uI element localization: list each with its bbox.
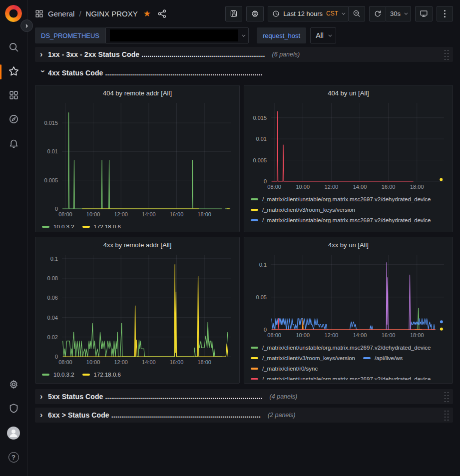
- sidebar-item-help[interactable]: ?: [0, 445, 27, 469]
- svg-text:16:00: 16:00: [170, 359, 184, 365]
- legend-swatch: [251, 209, 258, 211]
- svg-text:0.01: 0.01: [256, 136, 267, 142]
- sidebar-item-starred[interactable]: [0, 60, 27, 84]
- panel-title[interactable]: 404 by remote addr [All]: [40, 88, 235, 99]
- legend-swatch: [251, 368, 258, 370]
- legend-swatch: [251, 378, 258, 380]
- drag-handle-icon[interactable]: [443, 48, 449, 60]
- panel-404-by-uri: 404 by uri [All] 08:0010:0012:0014:0016:…: [244, 85, 453, 232]
- sidebar-item-search[interactable]: [0, 36, 27, 60]
- timeseries-chart[interactable]: 08:0010:0012:0014:0016:0018:0000.050.1: [249, 251, 448, 342]
- svg-text:14:00: 14:00: [353, 184, 367, 190]
- dashboard-row-1xx-3xx-2xx[interactable]: › 1xx - 3xx - 2xx Status Code ..........…: [35, 47, 453, 62]
- timeseries-chart[interactable]: 08:0010:0012:0014:0016:0018:0000.0050.01…: [40, 99, 235, 221]
- legend-item[interactable]: /sw.js: [363, 227, 389, 228]
- save-dashboard-button[interactable]: [225, 6, 242, 21]
- legend-item[interactable]: 10.0.3.2: [42, 223, 74, 228]
- svg-text:08:00: 08:00: [58, 359, 72, 365]
- panel-title[interactable]: 4xx by uri [All]: [249, 240, 448, 251]
- legend-swatch: [82, 226, 90, 228]
- svg-text:0.01: 0.01: [47, 148, 58, 154]
- bell-icon: [8, 138, 19, 150]
- sidebar-expand-button[interactable]: ›: [20, 19, 33, 32]
- breadcrumb: General / NGINX PROXY ★: [35, 8, 167, 19]
- legend-item[interactable]: /_matrix/client/unstable/org.matrix.msc2…: [251, 216, 431, 224]
- legend-swatch: [251, 347, 258, 349]
- breadcrumb-separator: /: [79, 9, 81, 18]
- dashboard-settings-button[interactable]: [246, 6, 264, 21]
- dashboards-grid-icon: [8, 90, 19, 102]
- zoom-out-button[interactable]: [348, 6, 365, 21]
- svg-text:12:00: 12:00: [114, 211, 128, 217]
- sidebar-item-profile[interactable]: [0, 421, 27, 445]
- panel-legend: 10.0.3.2172.18.0.6: [40, 223, 235, 228]
- breadcrumb-section[interactable]: General: [48, 9, 74, 18]
- svg-text:14:00: 14:00: [353, 332, 367, 338]
- legend-item[interactable]: /_matrix/client/unstable/org.matrix.msc2…: [251, 375, 431, 380]
- dashboard-row-6xx[interactable]: › 6xx > Status Code ....................…: [35, 408, 453, 423]
- variable-label-ds-prometheus: DS_PROMETHEUS: [35, 27, 105, 43]
- legend-item[interactable]: /api/live/ws: [363, 354, 403, 362]
- refresh-controls: 30s: [369, 6, 411, 21]
- legend-item[interactable]: /_matrix/client/v3/room_keys/version: [251, 227, 355, 228]
- legend-item[interactable]: 10.0.3.2: [42, 371, 74, 378]
- panel-title[interactable]: 404 by uri [All]: [249, 88, 448, 99]
- legend-label: /_matrix/client/v3/room_keys/version: [262, 207, 355, 213]
- chevron-down-icon: [342, 11, 345, 14]
- breadcrumb-dashboard-title[interactable]: NGINX PROXY: [86, 9, 138, 18]
- sidebar-item-dashboards[interactable]: [0, 84, 27, 108]
- legend-item[interactable]: /_matrix/client/v3/room_keys/version: [251, 206, 355, 213]
- timeseries-chart[interactable]: 08:0010:0012:0014:0016:0018:0000.020.040…: [40, 251, 235, 369]
- help-icon: ?: [8, 452, 19, 463]
- legend-label: /_matrix/client/unstable/org.matrix.msc2…: [262, 376, 431, 380]
- variable-select-request-host[interactable]: All: [310, 27, 336, 43]
- row-title: 5xx Status Code ........................…: [48, 393, 263, 401]
- svg-text:0.1: 0.1: [50, 256, 58, 262]
- svg-text:14:00: 14:00: [142, 211, 156, 217]
- drag-handle-icon[interactable]: [443, 409, 449, 421]
- toolbar: Last 12 hours CST 30s: [225, 6, 453, 21]
- legend-item[interactable]: /_matrix/client/r0/sync: [251, 365, 318, 372]
- svg-text:16:00: 16:00: [382, 332, 396, 338]
- variable-select-ds-prometheus[interactable]: [105, 27, 249, 43]
- share-icon[interactable]: [157, 9, 167, 18]
- masthead: General / NGINX PROXY ★ Last 12 hours CS…: [35, 4, 453, 23]
- svg-text:0: 0: [264, 327, 267, 333]
- time-range-picker[interactable]: Last 12 hours CST: [268, 6, 349, 21]
- apps-grid-icon: [35, 9, 43, 18]
- panel-row-1: 404 by remote addr [All] 08:0010:0012:00…: [35, 85, 453, 232]
- svg-text:0.015: 0.015: [253, 115, 267, 121]
- shield-icon: [8, 403, 19, 416]
- panel-title[interactable]: 4xx by remote addr [All]: [40, 240, 235, 251]
- main-content: General / NGINX PROXY ★ Last 12 hours CS…: [27, 0, 460, 423]
- panel-legend: /_matrix/client/unstable/org.matrix.msc2…: [249, 195, 448, 228]
- legend-swatch: [251, 219, 258, 221]
- refresh-button[interactable]: [369, 6, 386, 21]
- legend-item[interactable]: 172.18.0.6: [82, 223, 121, 228]
- sidebar-item-configuration[interactable]: [0, 373, 27, 397]
- grafana-logo[interactable]: [5, 5, 22, 22]
- kebab-menu-button[interactable]: [437, 6, 453, 21]
- favorite-star-icon[interactable]: ★: [143, 8, 151, 19]
- svg-text:18:00: 18:00: [197, 211, 211, 217]
- sidebar-item-alerting[interactable]: [0, 132, 27, 156]
- timeseries-chart[interactable]: 08:0010:0012:0014:0016:0018:0000.0050.01…: [249, 99, 448, 193]
- drag-handle-icon[interactable]: [443, 391, 449, 403]
- legend-item[interactable]: /_matrix/client/unstable/org.matrix.msc2…: [251, 344, 431, 351]
- variables-row: DS_PROMETHEUS request_host All: [35, 27, 453, 43]
- svg-text:18:00: 18:00: [410, 184, 424, 190]
- row-title: 1xx - 3xx - 2xx Status Code ............…: [48, 50, 265, 58]
- refresh-interval-picker[interactable]: 30s: [386, 6, 411, 21]
- legend-item[interactable]: /_matrix/client/unstable/org.matrix.msc2…: [251, 195, 431, 203]
- sidebar-item-server-admin[interactable]: [0, 397, 27, 421]
- svg-text:10:00: 10:00: [296, 184, 310, 190]
- legend-label: /sw.js: [375, 228, 389, 229]
- refresh-interval-label: 30s: [390, 10, 401, 17]
- dashboard-row-4xx[interactable]: › 4xx Status Code ......................…: [35, 65, 453, 80]
- svg-text:10:00: 10:00: [86, 359, 100, 365]
- dashboard-row-5xx[interactable]: › 5xx Status Code ......................…: [35, 389, 453, 404]
- legend-item[interactable]: 172.18.0.6: [82, 371, 121, 378]
- legend-item[interactable]: /_matrix/client/v3/room_keys/version: [251, 354, 355, 362]
- tv-mode-button[interactable]: [415, 6, 433, 21]
- sidebar-item-explore[interactable]: [0, 108, 27, 132]
